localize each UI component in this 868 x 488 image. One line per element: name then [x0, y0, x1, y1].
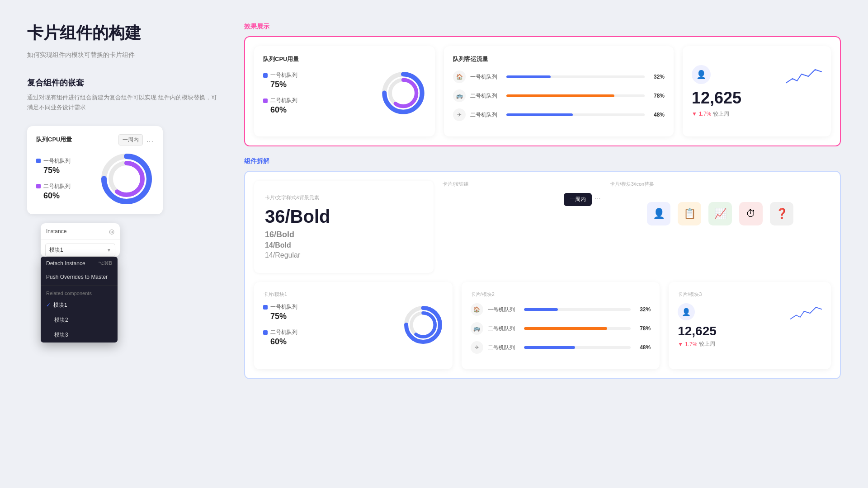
select-value: 模块1: [49, 246, 63, 254]
legend-item-2: 二号机队列 60%: [36, 183, 71, 201]
preview-legend-2: 二号机队列 60%: [263, 97, 297, 115]
traffic-name-2: 二号机队列: [470, 92, 502, 100]
mod3-value: 12,625: [678, 324, 822, 338]
dropdown-push[interactable]: Push Overrides to Master: [41, 270, 118, 284]
text-size-bold14: 14/Bold: [265, 241, 423, 249]
trend-arrow: ▼: [692, 111, 697, 117]
text-size-reg14: 14/Regular: [265, 251, 423, 259]
legend-value-2: 60%: [43, 191, 71, 201]
mod2-title: 卡片/模块2: [471, 291, 651, 298]
right-panel: 效果展示 队列CPU用量 一号机队列 75%: [244, 23, 841, 465]
progress-wrap-1: [506, 75, 645, 78]
mod1-legend-1: 一号机队列 75%: [263, 303, 297, 321]
mod1-inner: 一号机队列 75% 二号机队列 60%: [263, 303, 443, 347]
donut-chart: [99, 152, 154, 206]
progress-wrap-2: [506, 94, 645, 97]
traffic-icon-3: ✈: [453, 108, 466, 121]
module3-card: 卡片/模块3 👤 12,625 ▼ 1.7%: [669, 282, 831, 369]
module2-card: 卡片/模块2 🏠 一号机队列 32% 🚌 二号机队列: [462, 282, 660, 369]
week-selector[interactable]: 一周内: [118, 134, 143, 145]
decompose-grid: 卡片/文字样式&背景元素 36/Bold 16/Bold 14/Bold 14/…: [244, 171, 841, 379]
module1-card: 卡片/模块1 一号机队列 75%: [254, 282, 453, 369]
trend-label: 较上周: [713, 110, 729, 118]
icon-btn-chart[interactable]: 📈: [708, 202, 732, 225]
preview-cpu-legend: 一号机队列 75% 二号机队列 60%: [263, 71, 297, 115]
icon-card-title: 卡片/模块3/icon替换: [610, 181, 831, 188]
btn-group-area: 卡片/按钮组 一周内 ...: [443, 181, 600, 273]
icon-btn-timer[interactable]: ⏱: [739, 202, 763, 225]
mod1-donut: [403, 305, 443, 345]
icon-row: 👤 📋 📈 ⏱ ❓: [610, 193, 831, 235]
select-box[interactable]: 模块1 ▼: [45, 244, 115, 257]
mod1-title: 卡片/模块1: [263, 291, 443, 298]
icon-btn-calendar[interactable]: 📋: [678, 202, 701, 225]
mini-cpu-card: 队列CPU用量 一周内 ... 一号机队列 75%: [27, 126, 163, 214]
mini-card-body: 一号机队列 75% 二号机队列 60%: [36, 152, 154, 206]
instance-title: Instance: [46, 228, 66, 235]
text-size-bold16: 16/Bold: [265, 230, 423, 239]
detach-label: Detach Instance: [46, 260, 85, 267]
section-title: 复合组件的嵌套: [27, 77, 217, 88]
instance-panel: Instance ◎ 模块1 ▼ Detach Instance ⌥⌘B: [41, 223, 120, 257]
mod2-row-2: 🚌 二号机队列 78%: [471, 322, 651, 335]
traffic-row-2: 🚌 二号机队列 78%: [453, 89, 665, 102]
btn-dots: ...: [594, 193, 600, 206]
preview-traffic-card: 队列客运流量 🏠 一号机队列 32% 🚌 二号机队列 78%: [444, 46, 674, 136]
mod3-chart: [790, 303, 822, 323]
dropdown-mod3[interactable]: 模块3: [41, 328, 118, 343]
select-arrow: ▼: [107, 248, 111, 253]
icon-switch-area: 卡片/模块3/icon替换 👤 📋 📈 ⏱ ❓: [610, 181, 831, 273]
btn-card-title: 卡片/按钮组: [443, 181, 600, 188]
left-panel: 卡片组件的构建 如何实现组件内模块可替换的卡片组件 复合组件的嵌套 通过对现有组…: [27, 23, 217, 465]
legend-value-1: 75%: [43, 166, 71, 175]
instance-header: Instance ◎: [41, 223, 120, 240]
detach-shortcut: ⌥⌘B: [98, 260, 112, 266]
dropdown-detach[interactable]: Detach Instance ⌥⌘B: [41, 257, 118, 270]
mod1-legend-2: 二号机队列 60%: [263, 328, 297, 347]
section-desc: 通过对现有组件进行组合新建为复合组件可以实现 组件内的模块替换，可满足不同业务设…: [27, 93, 217, 113]
preview-cpu-card: 队列CPU用量 一号机队列 75%: [254, 46, 435, 136]
progress-fill-1: [506, 75, 551, 78]
decompose-label: 组件拆解: [244, 157, 841, 165]
mod3-trend-label: 较上周: [699, 340, 715, 348]
mini-card-header: 队列CPU用量 一周内 ...: [36, 134, 154, 145]
mini-card-title: 队列CPU用量: [36, 136, 72, 144]
dot-blue: [263, 73, 268, 78]
preview-label: 效果展示: [244, 23, 841, 31]
legend-label-2: 二号机队列: [36, 183, 71, 190]
dropdown-mod2[interactable]: 模块2: [41, 313, 118, 328]
check-mark: ✓: [46, 302, 51, 308]
mini-card-controls: 一周内 ...: [118, 134, 154, 145]
mod1-label: 模块1: [53, 301, 67, 309]
mod2-row-1: 🏠 一号机队列 32%: [471, 303, 651, 316]
traffic-icon-2: 🚌: [453, 89, 466, 102]
dropdown-mod1[interactable]: ✓ 模块1: [41, 298, 118, 313]
legend-item-1: 一号机队列 75%: [36, 157, 71, 175]
legend-name-2: 二号机队列: [43, 183, 71, 190]
legend-name-1: 一号机队列: [43, 157, 71, 165]
metric-trend: ▼ 1.7% 较上周: [692, 110, 729, 118]
instance-select: 模块1 ▼ Detach Instance ⌥⌘B Push Overrides…: [45, 244, 115, 257]
traffic-name-3: 二号机队列: [470, 111, 502, 119]
progress-wrap-3: [506, 113, 645, 116]
trend-pct: 1.7%: [699, 111, 711, 117]
mod2-row-3: ✈ 二号机队列 48%: [471, 341, 651, 354]
decompose-section: 组件拆解 卡片/文字样式&背景元素 36/Bold 16/Bold 14/Bol…: [244, 157, 841, 379]
progress-val-3: 48%: [649, 112, 665, 118]
week-tab-1[interactable]: 一周内: [564, 193, 592, 206]
dropdown-menu: Detach Instance ⌥⌘B Push Overrides to Ma…: [41, 257, 118, 343]
dots-button[interactable]: ...: [146, 136, 154, 144]
traffic-name-1: 一号机队列: [470, 73, 502, 81]
icon-btn-user[interactable]: 👤: [647, 202, 670, 225]
decompose-bottom-row: 卡片/模块1 一号机队列 75%: [254, 282, 831, 369]
preview-metric-card: 👤 12,625 ▼ 1.7% 较上周: [683, 46, 831, 136]
progress-fill-2: [506, 94, 614, 97]
legend-dot-purple: [36, 184, 41, 188]
preview-donut: [381, 70, 426, 116]
instance-area: Instance ◎ 模块1 ▼ Detach Instance ⌥⌘B: [32, 223, 217, 257]
icon-btn-question[interactable]: ❓: [770, 202, 793, 225]
text-size-bold36: 36/Bold: [265, 206, 423, 226]
preview-traffic-title: 队列客运流量: [453, 55, 665, 63]
btn-card-controls: 一周内 ...: [443, 193, 600, 206]
traffic-row-1: 🏠 一号机队列 32%: [453, 70, 665, 83]
